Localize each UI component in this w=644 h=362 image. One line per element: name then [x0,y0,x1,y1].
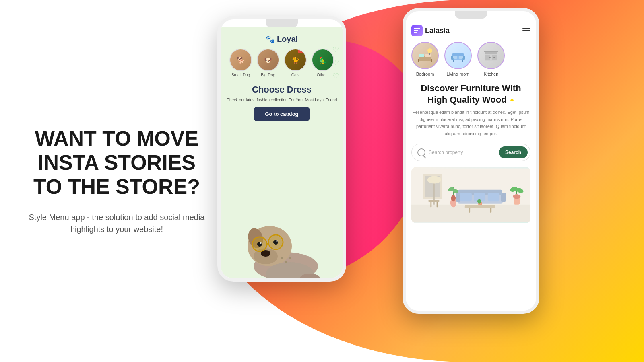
phone2-screen: Lalasia [406,19,536,314]
main-subtext: Style Menu app - the solution to add soc… [24,211,209,235]
svg-rect-74 [437,202,438,207]
loyal-logo: 🐾 Loyal [266,35,298,44]
svg-rect-61 [469,208,470,213]
svg-rect-62 [490,208,491,213]
svg-rect-26 [431,59,432,62]
choose-dress-desc: Check our latest fashion collection For … [227,97,337,103]
svg-rect-43 [484,51,498,52]
left-panel: WANT TO MOVE INSTA STORIES TO THE STORE?… [0,0,233,362]
category-cats[interactable]: 🐈 Sale Cats [284,49,307,77]
search-button[interactable]: Search [499,146,528,158]
living-room-avatar [444,42,472,69]
big-dog-avatar: 🐶 [257,49,279,71]
cats-avatar: 🐈 Sale [284,49,307,71]
go-to-catalog-button[interactable]: Go to catalog [254,107,310,121]
svg-rect-38 [485,52,497,54]
lalasia-logo-icon [411,25,423,36]
lalasia-logo: Lalasia [411,25,450,36]
living-room-label: Living room [447,72,470,76]
svg-rect-23 [419,54,424,57]
choose-dress-section: Choose Dress Check our latest fashion co… [227,84,337,103]
choose-dress-title: Choose Dress [227,84,337,95]
paw-icon: 🐾 [266,35,275,44]
sale-badge: Sale [298,49,307,53]
main-headline: WANT TO MOVE INSTA STORIES TO THE STORE? [24,127,209,199]
search-placeholder-text[interactable]: Search property [429,150,495,155]
svg-rect-35 [453,60,454,62]
svg-rect-34 [459,56,463,59]
svg-rect-25 [418,59,419,62]
svg-rect-19 [414,28,420,29]
phone-mockup-lalasia: Lalasia [402,8,539,314]
svg-rect-59 [488,193,499,202]
category-big-dog[interactable]: 🐶 Big Dog [257,49,279,77]
svg-rect-72 [429,200,440,202]
dog-illustration [229,194,334,282]
category-other[interactable]: 🦜 Othe... [312,49,334,77]
svg-point-64 [477,199,481,204]
svg-point-18 [289,257,291,259]
kitchen-label: Kitchen [484,72,499,76]
furniture-description: Pellentesque etiam blandit in tincidunt … [411,109,530,137]
hamburger-line3 [522,33,530,33]
phone-mockup-loyal: ♡♡♡ 🐾 Loyal 🐕 Small Dog 🐶 Big Dog [217,16,346,282]
category-small-dog[interactable]: 🐕 Small Dog [229,49,252,77]
svg-rect-60 [465,205,495,208]
category-bedroom[interactable]: Bedroom [411,42,439,76]
svg-rect-41 [489,57,491,58]
svg-rect-28 [429,53,430,55]
furniture-headline: Discover Furniture WithHigh Quality Wood… [411,83,530,105]
other-avatar: 🦜 [312,49,334,71]
phone2-notch [455,11,487,19]
phone1-notch [266,19,298,27]
room-scene-illustration [411,167,530,223]
big-dog-label: Big Dog [261,73,275,77]
svg-point-12 [260,242,262,244]
svg-point-16 [281,257,283,259]
category-kitchen[interactable]: Kitchen [477,42,505,76]
small-dog-label: Small Dog [231,73,250,77]
phone1-screen: ♡♡♡ 🐾 Loyal 🐕 Small Dog 🐶 Big Dog [221,27,343,282]
svg-rect-42 [493,57,495,58]
pet-categories: 🐕 Small Dog 🐶 Big Dog 🐈 Sale Cats 🦜 [229,49,334,77]
other-label: Othe... [317,73,329,77]
svg-rect-36 [462,60,463,62]
furniture-categories: Bedroom [411,42,530,76]
room-preview-image [411,167,530,223]
svg-point-71 [427,176,441,184]
cats-label: Cats [291,73,300,77]
search-bar: Search property Search [411,144,530,161]
svg-point-49 [451,195,456,201]
small-dog-avatar: 🐕 [229,49,252,71]
search-icon [417,148,425,156]
svg-point-27 [427,48,432,53]
hamburger-line2 [522,30,530,31]
svg-point-13 [276,240,278,242]
bedroom-avatar [411,42,439,69]
lalasia-header: Lalasia [411,25,530,36]
svg-rect-33 [453,56,457,59]
hamburger-line1 [522,28,530,29]
star-icon: ✦ [509,97,514,104]
svg-rect-57 [460,193,471,202]
furniture-headline-text: Discover Furniture WithHigh Quality Wood [421,83,521,105]
kitchen-avatar [477,42,505,69]
svg-rect-20 [414,30,418,31]
hamburger-menu[interactable] [522,28,530,33]
category-living-room[interactable]: Living room [444,42,472,76]
dog-image-area [225,125,339,282]
loyal-app-name: Loyal [277,35,298,44]
svg-point-17 [285,261,287,263]
svg-rect-73 [430,202,431,207]
svg-rect-21 [414,32,417,33]
svg-point-66 [513,194,520,199]
bedroom-label: Bedroom [416,72,434,76]
lalasia-app-name: Lalasia [425,27,450,35]
